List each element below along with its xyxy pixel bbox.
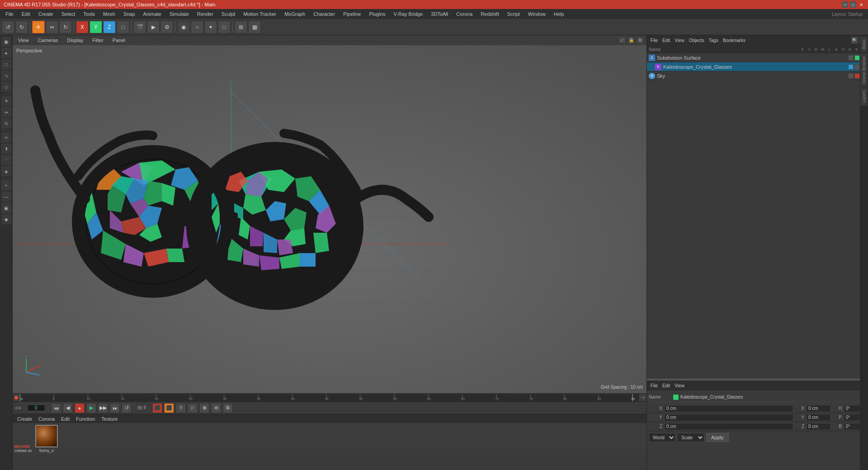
sky-vis-1[interactable] bbox=[848, 73, 854, 79]
vp-menu-display[interactable]: Display bbox=[64, 37, 86, 44]
undo-button[interactable]: ↺ bbox=[2, 21, 14, 33]
attr-scale-dropdown[interactable]: Scale Move Rotate bbox=[677, 433, 704, 442]
kf-del-btn[interactable]: ⊖ bbox=[211, 403, 221, 413]
menu-snap[interactable]: Snap bbox=[120, 10, 139, 18]
menu-corona[interactable]: Corona bbox=[453, 10, 476, 18]
attr-z-pos[interactable] bbox=[664, 423, 793, 430]
menu-create[interactable]: Create bbox=[35, 10, 57, 18]
rect-select[interactable]: □ bbox=[1, 59, 12, 70]
kf-add-btn[interactable]: ⊕ bbox=[199, 403, 209, 413]
attr-x2-pos[interactable] bbox=[806, 405, 831, 412]
vis-icon-v[interactable] bbox=[854, 55, 860, 61]
live-select[interactable]: ● bbox=[1, 47, 12, 58]
display-gouraud[interactable]: ◉ bbox=[177, 21, 190, 33]
viewport[interactable]: View Cameras Display Filter Panel ⤢ 🔒 ⚙ … bbox=[13, 35, 646, 393]
obj-search-btn[interactable]: 🔍 bbox=[851, 37, 858, 44]
attr-menu-edit[interactable]: Edit bbox=[660, 382, 672, 389]
menu-tools[interactable]: Tools bbox=[80, 10, 99, 18]
obj-menu-bookmarks[interactable]: Bookmarks bbox=[721, 37, 747, 44]
extrude-tool[interactable]: ⬆ bbox=[1, 143, 12, 154]
mat-menu-corona[interactable]: Corona bbox=[36, 415, 57, 423]
go-to-start-btn[interactable]: ⏮ bbox=[51, 403, 61, 413]
axis-z-button[interactable]: Z bbox=[103, 21, 116, 33]
scale-tool[interactable]: ⇔ bbox=[46, 21, 58, 33]
knife-tool[interactable]: ✂ bbox=[1, 132, 12, 143]
point-mode[interactable]: • bbox=[1, 180, 12, 191]
attr-z2-pos[interactable] bbox=[806, 423, 831, 430]
obj-menu-view[interactable]: View bbox=[673, 37, 686, 44]
obj-item-sky[interactable]: ☀ Sky bbox=[647, 71, 868, 80]
vp-settings-btn[interactable]: ⚙ bbox=[637, 37, 644, 44]
grid-button[interactable]: ▦ bbox=[248, 21, 261, 33]
menu-redshift[interactable]: Redshift bbox=[477, 10, 502, 18]
vp-expand-btn[interactable]: ⤢ bbox=[618, 37, 626, 44]
display-box[interactable]: □ bbox=[218, 21, 231, 33]
mat-menu-function[interactable]: Function bbox=[73, 415, 98, 423]
obj-menu-file[interactable]: File bbox=[649, 37, 660, 44]
display-wire[interactable]: ○ bbox=[191, 21, 203, 33]
obj-menu-tags[interactable]: Tags bbox=[707, 37, 720, 44]
axis-x-button[interactable]: X bbox=[76, 21, 89, 33]
scale-tool-side[interactable]: ⇔ bbox=[1, 107, 12, 118]
redo-button[interactable]: ↻ bbox=[15, 21, 28, 33]
rotate-tool-side[interactable]: ↻ bbox=[1, 118, 12, 129]
vp-menu-filter[interactable]: Filter bbox=[90, 37, 106, 44]
menu-window[interactable]: Window bbox=[524, 10, 549, 18]
menu-script[interactable]: Script bbox=[504, 10, 524, 18]
axis-y-button[interactable]: Y bbox=[90, 21, 102, 33]
kf-record-btn[interactable]: ⬛ bbox=[164, 403, 174, 413]
sky-vis-2[interactable] bbox=[854, 73, 860, 79]
move-tool-side[interactable]: ✛ bbox=[1, 95, 12, 106]
vp-menu-cameras[interactable]: Cameras bbox=[35, 37, 61, 44]
play-forward-btn[interactable]: ▶ bbox=[86, 403, 96, 413]
attr-y2-pos[interactable] bbox=[806, 414, 831, 421]
vp-menu-view[interactable]: View bbox=[15, 37, 32, 44]
attr-menu-view[interactable]: View bbox=[673, 382, 686, 389]
tab-scene-browser[interactable]: Scene Browser bbox=[860, 53, 868, 87]
record-btn[interactable]: ● bbox=[75, 403, 85, 413]
object-mode[interactable]: ◆ bbox=[1, 214, 12, 225]
tab-basic[interactable]: Basic bbox=[860, 36, 868, 52]
obj-menu-edit[interactable]: Edit bbox=[660, 37, 672, 44]
menu-animate[interactable]: Animate bbox=[140, 10, 165, 18]
menu-plugins[interactable]: Plugins bbox=[365, 10, 389, 18]
menu-mesh[interactable]: Mesh bbox=[99, 10, 119, 18]
kf-auto-btn[interactable]: ⬛ bbox=[152, 403, 162, 413]
move-tool[interactable]: ✛ bbox=[32, 21, 45, 33]
render-settings[interactable]: ⚙ bbox=[160, 21, 173, 33]
edge-mode[interactable]: — bbox=[1, 191, 12, 202]
vis-icon-s[interactable] bbox=[848, 55, 854, 61]
tab-layers[interactable]: Layers bbox=[860, 87, 868, 106]
attr-y-pos[interactable] bbox=[664, 414, 793, 421]
render-active-view[interactable]: ▶ bbox=[147, 21, 160, 33]
menu-edit[interactable]: Edit bbox=[18, 10, 34, 18]
lasso-select[interactable]: ∿ bbox=[1, 70, 12, 81]
vp-menu-panel[interactable]: Panel bbox=[110, 37, 128, 44]
close-button[interactable]: ✕ bbox=[858, 1, 864, 8]
mat-menu-texture[interactable]: Texture bbox=[99, 415, 120, 423]
kf-pos-btn[interactable]: P bbox=[188, 403, 198, 413]
kal-vis-1[interactable] bbox=[848, 64, 854, 70]
obj-item-kaleidoscope[interactable]: K Kaleidoscope_Crystal_Glasses bbox=[647, 62, 868, 71]
attr-world-dropdown[interactable]: World Local Object bbox=[649, 433, 675, 442]
magnet-tool[interactable]: ◈ bbox=[1, 166, 12, 177]
material-thumbnail-container[interactable]: funny_o bbox=[35, 425, 58, 453]
menu-sculpt[interactable]: Sculpt bbox=[218, 10, 239, 18]
obj-menu-objects[interactable]: Objects bbox=[687, 37, 706, 44]
apply-button[interactable]: Apply bbox=[706, 433, 729, 442]
next-frame-btn[interactable]: ▶▶ bbox=[98, 403, 108, 413]
poly-mode[interactable]: ▣ bbox=[1, 202, 12, 213]
smooth-brush[interactable]: ◜ bbox=[1, 155, 12, 165]
menu-vray-bridge[interactable]: V-Ray Bridge bbox=[390, 10, 427, 18]
snap-button[interactable]: ⊞ bbox=[235, 21, 247, 33]
minimize-button[interactable]: ─ bbox=[842, 1, 848, 8]
mat-thumbnail[interactable] bbox=[35, 425, 58, 447]
kal-vis-2[interactable] bbox=[854, 64, 860, 70]
attr-menu-file[interactable]: File bbox=[649, 382, 660, 389]
menu-pipeline[interactable]: Pipeline bbox=[340, 10, 364, 18]
mat-menu-edit[interactable]: Edit bbox=[58, 415, 72, 423]
coord-system-button[interactable]: □ bbox=[117, 21, 129, 33]
menu-help[interactable]: Help bbox=[550, 10, 568, 18]
attr-x-pos[interactable] bbox=[664, 405, 793, 412]
vp-lock-btn[interactable]: 🔒 bbox=[627, 37, 635, 44]
